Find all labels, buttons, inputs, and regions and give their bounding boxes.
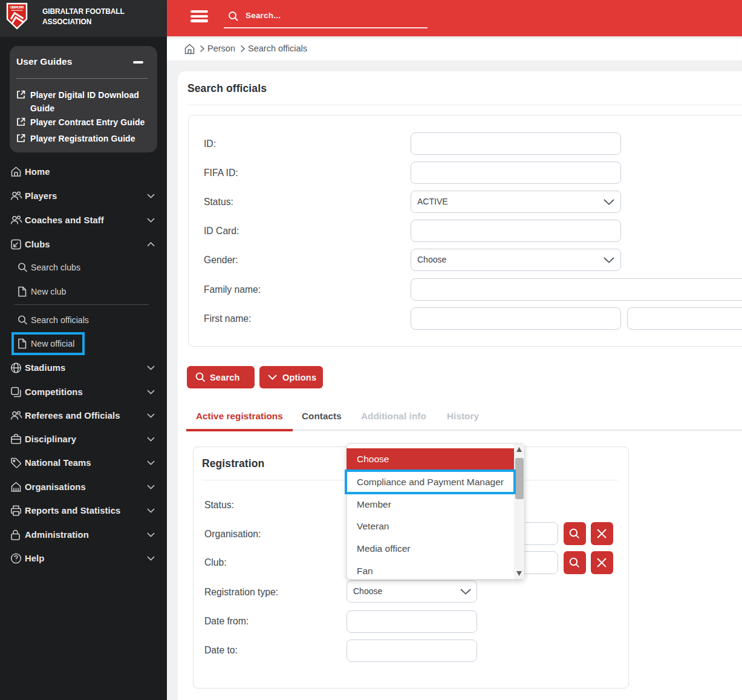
svg-text:GIBRALTAR: GIBRALTAR — [10, 5, 25, 9]
